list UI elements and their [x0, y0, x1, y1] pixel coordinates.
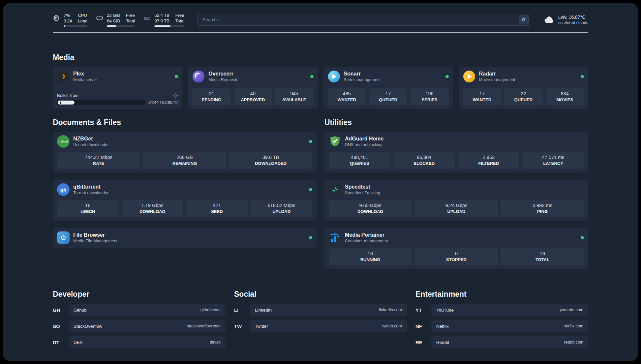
cpu-progress-bar: [64, 25, 87, 27]
disk-free-label: Free: [175, 13, 184, 18]
card-title: AdGuard Home: [345, 136, 383, 142]
disk-metric: 52.4 TB Free 97.9 TB Total: [143, 13, 184, 27]
bookmark-link-github[interactable]: Github github.com: [69, 304, 226, 316]
card-subtitle: Media File Management: [73, 238, 117, 244]
bookmark-row: TW Twitter twitter.com: [234, 320, 407, 332]
stat-value: 16: [331, 251, 410, 257]
search-engine-button[interactable]: G: [519, 15, 529, 24]
gear-icon[interactable]: [173, 93, 178, 98]
stat-label: FILTERED: [460, 161, 518, 166]
sonarr-card[interactable]: Sonarr Series management 485 WANTED 17 Q…: [323, 67, 453, 109]
stat-box: 2,953 FILTERED: [458, 152, 520, 169]
card-title: NZBGet: [73, 136, 109, 142]
bookmark-url: reddit.com: [564, 340, 583, 345]
stat-value: 2,953: [460, 154, 518, 161]
stat-label: QUEUED: [371, 97, 405, 103]
stat-box: 22 QUEUED: [504, 88, 542, 105]
bookmark-link-youtube[interactable]: YouTube youtube.com: [431, 304, 588, 316]
section-title-documents: Documents & Files: [53, 118, 317, 127]
stat-label: WANTED: [465, 97, 499, 103]
stat-box: 196 SERIES: [410, 88, 448, 105]
cpu-progress-fill: [64, 25, 65, 27]
portainer-crane-icon: [329, 231, 341, 244]
bookmark-row: SO StackOverflow stackoverflow.com: [53, 320, 226, 332]
search-input[interactable]: [198, 14, 530, 26]
portainer-card[interactable]: Media Portainer Container management 16 …: [324, 228, 588, 269]
stat-box: 744.21 Mbps RATE: [57, 152, 140, 169]
weather-condition: scattered clouds: [558, 20, 588, 25]
card-title: Sonarr: [344, 71, 381, 77]
speedtest-card[interactable]: Speedtest Speedtest Tracking 9.65 Gbps D…: [324, 180, 588, 221]
nzbget-card[interactable]: nzbget NZBGet Usenet downloader 744.21 M…: [53, 132, 317, 172]
bookmark-name: Twitter: [255, 324, 268, 329]
stat-box: 485 WANTED: [328, 88, 366, 105]
bookmark-link-stackoverflow[interactable]: StackOverflow stackoverflow.com: [69, 320, 226, 332]
stat-label: LATENCY: [524, 161, 582, 166]
stat-label: RUNNING: [331, 257, 410, 262]
stat-value: 21: [194, 91, 229, 97]
stat-label: PING: [503, 209, 582, 214]
plex-card[interactable]: Plex Media server Bullet Train: [53, 67, 182, 109]
bookmark-link-linkedin[interactable]: LinkedIn linkedin.com: [250, 304, 407, 316]
stat-value: 618.52 Mbps: [253, 202, 310, 209]
disk-total-label: Total: [175, 18, 184, 24]
radarr-card[interactable]: Radarr Movie management 17 WANTED 22 QUE…: [459, 67, 588, 109]
stat-label: UPLOAD: [253, 209, 310, 214]
topbar-divider: [53, 32, 588, 33]
card-subtitle: Media server: [73, 77, 97, 82]
search-bar: G: [198, 14, 530, 26]
disk-icon: [143, 15, 151, 22]
status-dot: [309, 188, 312, 191]
stat-value: 22: [506, 91, 540, 97]
bookmark-url: youtube.com: [560, 308, 583, 312]
bookmark-name: Netflix: [436, 324, 449, 329]
cpu-icon: [53, 15, 60, 22]
adguard-shield-icon: [329, 135, 341, 148]
stat-value: 16: [59, 202, 117, 209]
stat-box: 86,384 BLOCKED: [393, 152, 455, 169]
qbittorrent-card[interactable]: qb qBittorrent Torrent downloader 16: [53, 180, 317, 221]
weather-widget[interactable]: Lviv, 16.87°C scattered clouds: [543, 14, 588, 25]
stat-value: 47.571 ms: [524, 154, 582, 161]
stat-box: 266 GB REMAINING: [143, 152, 226, 169]
nzbget-icon: nzbget: [57, 135, 70, 148]
bookmark-abbr: TW: [234, 323, 250, 329]
stat-value: 40: [236, 91, 270, 97]
sonarr-icon: [328, 70, 340, 83]
bookmark-url: stackoverflow.com: [187, 324, 221, 328]
card-subtitle: Torrent downloader: [73, 190, 108, 196]
bookmark-link-twitter[interactable]: Twitter twitter.com: [250, 320, 407, 332]
card-subtitle: Movie management: [479, 77, 515, 82]
playback-progress-bar[interactable]: [57, 100, 145, 105]
stat-value: 86,384: [395, 154, 453, 161]
social-section: Social LI LinkedIn linkedin.com TW Twitt…: [234, 290, 407, 348]
stat-value: 0.993 ms: [503, 202, 582, 209]
bookmark-name: LinkedIn: [255, 308, 272, 313]
bookmark-link-reddit[interactable]: Reddit reddit.com: [431, 336, 588, 348]
ram-total-value: 64 GiB: [107, 18, 120, 24]
status-dot: [581, 75, 584, 78]
bookmark-abbr: RE: [415, 340, 431, 345]
overseerr-card[interactable]: Overseerr Media Requests 21 PENDING 40 A…: [188, 67, 318, 109]
bookmark-link-netflix[interactable]: Netflix netflix.com: [431, 320, 588, 332]
stat-label: MOVIES: [548, 97, 582, 103]
adguard-card[interactable]: AdGuard Home DNS and adblocking 498,461 …: [324, 132, 588, 172]
card-title: Speedtest: [345, 184, 380, 190]
pause-button[interactable]: [58, 101, 75, 105]
stat-box: 16 RUNNING: [329, 248, 412, 265]
disk-total-value: 97.9 TB: [154, 18, 169, 24]
status-dot: [175, 75, 178, 78]
stat-label: DOWNLOAD: [124, 209, 181, 214]
stat-label: SEED: [188, 209, 246, 214]
stat-label: QUEUED: [506, 97, 540, 103]
bookmark-name: StackOverflow: [74, 324, 102, 329]
stat-value: 0: [417, 251, 496, 257]
developer-section: Developer GH Github github.com SO StackO…: [53, 290, 226, 348]
card-title: Media Portainer: [345, 232, 388, 238]
bookmark-link-dev[interactable]: DEV dev.to: [69, 336, 226, 348]
stat-value: 471: [188, 202, 246, 209]
stat-label: WANTED: [330, 97, 364, 103]
stat-value: 196: [412, 91, 446, 97]
filebrowser-card[interactable]: File Browser Media File Management: [53, 228, 317, 248]
media-section: Media Plex Media server: [53, 53, 588, 109]
